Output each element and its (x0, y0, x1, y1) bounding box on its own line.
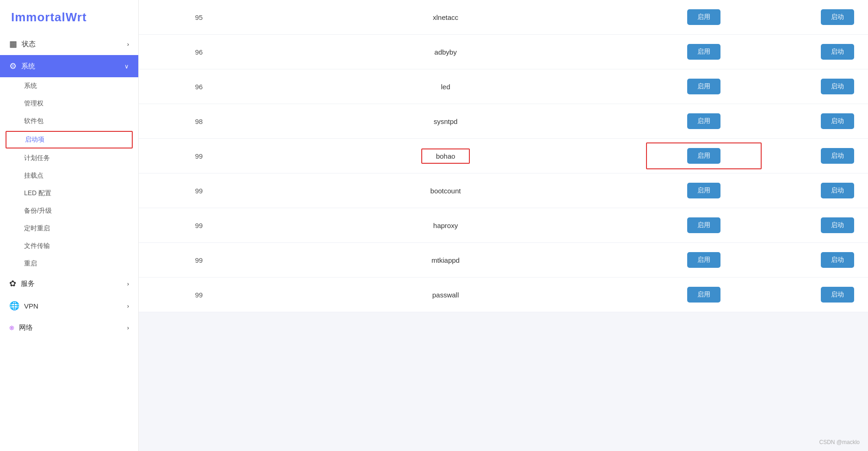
sidebar-sub-backup[interactable]: 备份/升级 (0, 202, 138, 220)
app-logo: ImmortalWrt (0, 0, 138, 33)
start-button[interactable]: 启动 (821, 44, 854, 60)
bohao-name-box: bohao (421, 148, 470, 164)
enable-button[interactable]: 启用 (687, 287, 720, 303)
table-row: 99 bootcount 启用 启动 (139, 173, 868, 208)
table-row: 96 adbyby 启用 启动 (139, 35, 868, 69)
services-arrow-icon: › (127, 280, 129, 287)
row-start: 启动 (762, 9, 854, 25)
sidebar-item-network[interactable]: ⎈ 网络 › (0, 317, 138, 339)
row-num: 99 (153, 222, 245, 229)
sidebar-sub-startup[interactable]: 启动项 (6, 131, 133, 148)
sidebar-sub-mount[interactable]: 挂载点 (0, 167, 138, 185)
start-button[interactable]: 启动 (821, 79, 854, 94)
row-num: 96 (153, 48, 245, 56)
sidebar-sub-reboot-timer[interactable]: 定时重启 (0, 220, 138, 237)
enable-button[interactable]: 启用 (687, 148, 720, 164)
row-num: 98 (153, 117, 245, 125)
row-name: bootcount (245, 187, 646, 195)
row-start: 启动 (762, 183, 854, 198)
row-enable: 启用 (646, 217, 762, 233)
row-enable: 启用 (646, 44, 762, 60)
sidebar-sub-reboot[interactable]: 重启 (0, 255, 138, 272)
row-name: led (245, 83, 646, 91)
start-button[interactable]: 启动 (821, 183, 854, 198)
sidebar-sub-cron[interactable]: 计划任务 (0, 149, 138, 167)
row-name: sysntpd (245, 117, 646, 125)
row-start: 启动 (762, 148, 854, 164)
row-enable: 启用 (646, 9, 762, 25)
table-row: 95 xlnetacc 启用 启动 (139, 0, 868, 35)
sidebar-item-status-label: 状态 (22, 40, 36, 49)
start-button[interactable]: 启动 (821, 113, 854, 129)
sidebar-item-services[interactable]: ✿ 服务 › (0, 272, 138, 295)
sidebar-sub-led[interactable]: LED 配置 (0, 185, 138, 202)
startup-table: 95 xlnetacc 启用 启动 96 adbyby 启用 启动 96 led (139, 0, 868, 312)
table-row: 96 led 启用 启动 (139, 69, 868, 104)
row-num: 99 (153, 152, 245, 160)
row-num: 96 (153, 83, 245, 91)
sidebar-sub-system[interactable]: 系统 (0, 77, 138, 95)
sidebar-sub-filetransfer[interactable]: 文件传输 (0, 237, 138, 255)
row-name: mtkiappd (245, 256, 646, 264)
table-row-bohao: 99 bohao 启用 启动 (139, 139, 868, 173)
table-row: 99 passwall 启用 启动 (139, 278, 868, 312)
enable-button[interactable]: 启用 (687, 79, 720, 94)
row-num: 99 (153, 291, 245, 299)
row-enable: 启用 (646, 183, 762, 198)
status-arrow-icon: › (127, 41, 129, 48)
row-enable: 启用 (646, 113, 762, 129)
row-enable: 启用 (646, 287, 762, 303)
table-row: 99 mtkiappd 启用 启动 (139, 243, 868, 278)
row-num: 95 (153, 13, 245, 21)
table-row: 98 sysntpd 启用 启动 (139, 104, 868, 139)
row-enable: 启用 (646, 79, 762, 94)
row-name: adbyby (245, 48, 646, 56)
start-button[interactable]: 启动 (821, 287, 854, 303)
start-button[interactable]: 启动 (821, 252, 854, 268)
sidebar-sub-admin[interactable]: 管理权 (0, 95, 138, 112)
sidebar-item-vpn-label: VPN (24, 302, 38, 310)
row-start: 启动 (762, 113, 854, 129)
enable-button[interactable]: 启用 (687, 113, 720, 129)
system-arrow-icon: ∨ (124, 63, 129, 70)
row-name: xlnetacc (245, 13, 646, 21)
row-enable: 启用 (646, 252, 762, 268)
enable-button[interactable]: 启用 (687, 217, 720, 233)
row-name: haproxy (245, 222, 646, 229)
sidebar-sub-pkg[interactable]: 软件包 (0, 112, 138, 130)
sidebar-item-status[interactable]: ▦ 状态 › (0, 33, 138, 55)
sidebar-item-network-label: 网络 (19, 323, 33, 332)
sidebar: ImmortalWrt ▦ 状态 › ⚙ 系统 ∨ 系统 管理权 软件包 启动项… (0, 0, 139, 451)
status-icon: ▦ (9, 39, 17, 49)
row-num: 99 (153, 256, 245, 264)
row-num: 99 (153, 187, 245, 195)
sidebar-item-vpn[interactable]: 🌐 VPN › (0, 295, 138, 317)
system-icon: ⚙ (9, 61, 17, 71)
watermark: CSDN @macklo (819, 439, 860, 445)
row-enable: 启用 (646, 142, 762, 169)
row-start: 启动 (762, 252, 854, 268)
main-content: 95 xlnetacc 启用 启动 96 adbyby 启用 启动 96 led (139, 0, 868, 451)
row-start: 启动 (762, 44, 854, 60)
start-button[interactable]: 启动 (821, 9, 854, 25)
row-name: bohao (245, 148, 646, 164)
row-start: 启动 (762, 79, 854, 94)
enable-button[interactable]: 启用 (687, 183, 720, 198)
network-icon: ⎈ (9, 323, 14, 333)
table-row: 99 haproxy 启用 启动 (139, 208, 868, 243)
enable-button[interactable]: 启用 (687, 252, 720, 268)
start-button[interactable]: 启动 (821, 217, 854, 233)
enable-button[interactable]: 启用 (687, 44, 720, 60)
vpn-arrow-icon: › (127, 303, 129, 309)
services-icon: ✿ (9, 278, 16, 289)
network-arrow-icon: › (127, 324, 129, 331)
row-start: 启动 (762, 287, 854, 303)
row-name: passwall (245, 291, 646, 299)
sidebar-item-services-label: 服务 (21, 279, 35, 288)
sidebar-item-system[interactable]: ⚙ 系统 ∨ (0, 55, 138, 77)
sidebar-item-system-label: 系统 (21, 62, 35, 71)
enable-button[interactable]: 启用 (687, 9, 720, 25)
vpn-icon: 🌐 (9, 301, 19, 311)
row-start: 启动 (762, 217, 854, 233)
start-button[interactable]: 启动 (821, 148, 854, 164)
